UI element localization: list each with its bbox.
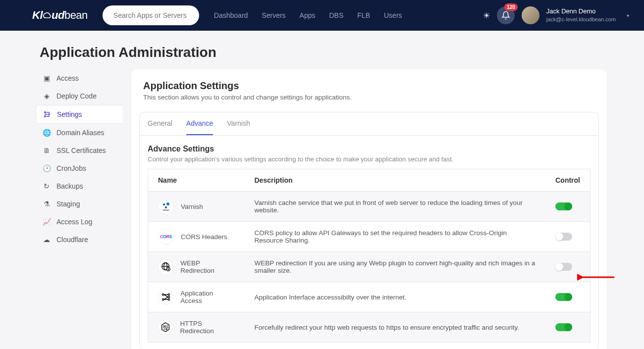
svg-point-14 — [162, 294, 163, 295]
svg-point-16 — [168, 294, 169, 295]
sidebar-item-label: Deploy Code — [56, 92, 97, 100]
col-name: Name — [148, 169, 245, 192]
nav-flb[interactable]: FLB — [357, 11, 370, 19]
https-icon: 301 — [158, 319, 173, 335]
sidebar-item-accesslog[interactable]: 📈Access Log — [36, 213, 122, 231]
sidebar-item-label: Backups — [56, 182, 83, 190]
sidebar-item-label: Cloudflare — [56, 236, 88, 244]
svg-point-7 — [166, 202, 169, 205]
sidebar-item-backups[interactable]: ↻Backups — [36, 177, 122, 195]
content-card: Application Settings This section allows… — [131, 69, 607, 349]
toggle-varnish[interactable] — [555, 202, 572, 210]
svg-point-8 — [165, 206, 167, 208]
col-control: Control — [545, 169, 590, 192]
section-description: Control your application's various setti… — [148, 155, 590, 163]
toggle-app-access[interactable] — [555, 293, 572, 301]
tab-varnish[interactable]: Varnish — [227, 119, 250, 135]
cors-icon: CORS — [158, 229, 174, 245]
clock-icon: 🕑 — [43, 164, 51, 172]
card-title: Application Settings — [143, 80, 595, 92]
user-menu-caret-icon[interactable]: ▾ — [627, 13, 629, 18]
cloud-icon: ☁ — [43, 236, 51, 244]
svg-point-17 — [168, 296, 169, 298]
notifications-button[interactable]: 120 — [497, 6, 515, 24]
svg-point-18 — [168, 299, 169, 300]
sidebar-item-settings[interactable]: Settings — [36, 105, 122, 124]
settings-icon — [43, 110, 51, 118]
deploy-icon: ◈ — [43, 92, 51, 100]
search-input[interactable] — [103, 5, 199, 25]
sidebar: ▣Access ◈Deploy Code Settings 🌐Domain Al… — [36, 69, 122, 349]
user-email: jack@c-level.kloudbean.com — [546, 16, 616, 23]
toggle-webp[interactable] — [555, 263, 572, 271]
table-row: CORSCORS Headers CORS policy to allow AP… — [148, 222, 590, 252]
settings-table: Name Description Control VARNISHVarnish … — [148, 169, 590, 343]
user-avatar[interactable] — [522, 6, 539, 24]
svg-point-2 — [49, 114, 50, 115]
col-description: Description — [245, 169, 546, 192]
svg-point-4 — [45, 116, 46, 117]
svg-point-6 — [163, 203, 165, 205]
table-row: WEBP Redirection WEBP redirection If you… — [148, 252, 590, 282]
webp-icon — [158, 259, 173, 275]
nav-dashboard[interactable]: Dashboard — [214, 11, 248, 19]
sidebar-item-ssl[interactable]: 🗎SSL Certificates — [36, 142, 122, 159]
sidebar-item-cron[interactable]: 🕑CronJobs — [36, 159, 122, 177]
page-title: Application Administration — [0, 31, 644, 69]
varnish-icon: VARNISH — [158, 199, 174, 214]
staging-icon: ⚗ — [43, 200, 51, 208]
row-name: HTTPS Redirection — [180, 320, 234, 335]
notification-count-badge: 120 — [504, 3, 518, 11]
toggle-cors[interactable] — [555, 233, 572, 241]
table-row: Application Access Application Interface… — [148, 282, 590, 312]
user-name: Jack Denn Demo — [546, 7, 616, 16]
sidebar-item-label: Settings — [57, 110, 82, 118]
brand-logo: Kludbean — [32, 9, 88, 22]
row-desc: Varnish cache service that we put in fro… — [245, 192, 546, 222]
sidebar-item-domain[interactable]: 🌐Domain Aliases — [36, 124, 122, 142]
sidebar-item-label: Staging — [56, 200, 80, 208]
nav-dbs[interactable]: DBS — [329, 11, 344, 19]
chart-icon: 📈 — [43, 218, 51, 226]
table-row: 301HTTPS Redirection Forcefully redirect… — [148, 312, 590, 343]
row-desc: Forcefully redirect your http web reques… — [245, 312, 546, 343]
sidebar-item-access[interactable]: ▣Access — [36, 69, 122, 87]
user-info: Jack Denn Demo jack@c-level.kloudbean.co… — [546, 7, 616, 23]
sidebar-item-staging[interactable]: ⚗Staging — [36, 195, 122, 213]
sidebar-item-label: Access — [56, 74, 79, 82]
row-name: WEBP Redirection — [180, 259, 234, 274]
sidebar-item-cloudflare[interactable]: ☁Cloudflare — [36, 231, 122, 249]
tab-advance[interactable]: Advance — [186, 119, 213, 135]
sidebar-item-label: Access Log — [56, 218, 92, 226]
row-name: Application Access — [180, 290, 234, 304]
nav-users[interactable]: Users — [384, 11, 402, 19]
tab-general[interactable]: General — [148, 119, 172, 135]
top-bar: Kludbean Dashboard Servers Apps DBS FLB … — [0, 0, 644, 31]
sidebar-item-deploy[interactable]: ◈Deploy Code — [36, 87, 122, 105]
nav-servers[interactable]: Servers — [262, 11, 285, 19]
table-row: VARNISHVarnish Varnish cache service tha… — [148, 192, 590, 222]
toggle-https[interactable] — [555, 323, 572, 331]
refresh-icon: ↻ — [43, 182, 51, 190]
svg-text:301: 301 — [163, 325, 168, 328]
certificate-icon: 🗎 — [43, 147, 51, 154]
globe-icon: 🌐 — [43, 129, 51, 137]
nav-apps[interactable]: Apps — [300, 11, 316, 19]
row-name: CORS Headers — [181, 233, 227, 241]
sidebar-item-label: CronJobs — [56, 164, 86, 172]
theme-toggle-icon[interactable]: ☀ — [483, 11, 490, 20]
card-subtitle: This section allows you to control and c… — [143, 94, 595, 101]
sidebar-item-label: Domain Aliases — [56, 129, 105, 137]
svg-point-15 — [162, 299, 163, 300]
svg-point-0 — [45, 112, 46, 113]
row-desc: WEBP redirection If you are using any We… — [245, 252, 546, 282]
tabs-container: General Advance Varnish Advance Settings… — [139, 112, 599, 349]
row-name: Varnish — [181, 203, 203, 210]
row-desc: CORS policy to allow API Gateways to set… — [245, 222, 546, 252]
row-desc: Application Interface accesssibilty over… — [245, 282, 546, 312]
user-square-icon: ▣ — [43, 74, 51, 82]
top-nav: Dashboard Servers Apps DBS FLB Users — [214, 11, 402, 19]
access-icon — [158, 289, 173, 305]
sidebar-item-label: SSL Certificates — [56, 147, 106, 154]
section-title: Advance Settings — [148, 145, 590, 153]
